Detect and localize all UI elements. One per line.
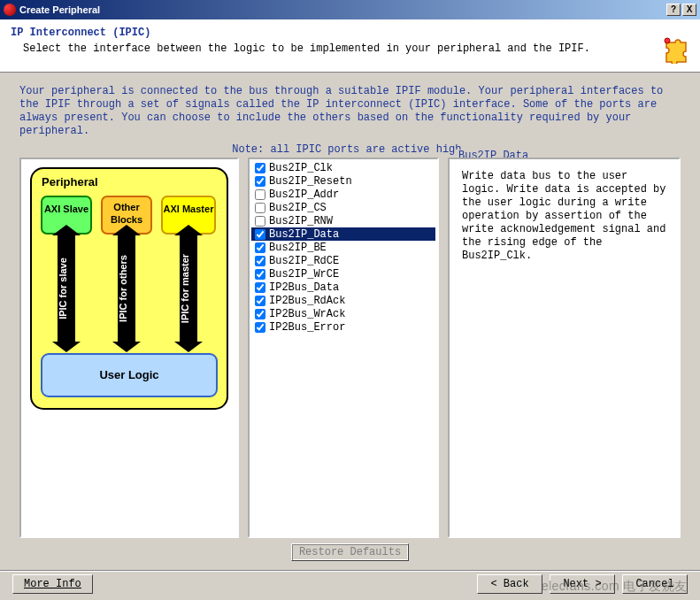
- peripheral-diagram: Peripheral AXI Slave Other Blocks AXI Ma…: [27, 165, 231, 412]
- port-checkbox[interactable]: [255, 216, 265, 227]
- restore-row: Restore Defaults: [0, 538, 700, 570]
- diagram-label-ipic-others: IPIC for others: [118, 255, 128, 322]
- help-button[interactable]: ?: [666, 4, 681, 16]
- diagram-label-other2: Blocks: [111, 214, 142, 225]
- window-titlebar: Create Peripheral ? X: [0, 0, 700, 19]
- port-label: Bus2IP_CS: [269, 202, 327, 214]
- port-checkbox[interactable]: [255, 163, 265, 173]
- port-item[interactable]: Bus2IP_RdCE: [251, 254, 435, 267]
- detail-text: Write data bus to the user logic. Write …: [455, 165, 673, 268]
- bottom-bar: More Info < Back Next > Cancel: [0, 570, 700, 594]
- port-checkbox[interactable]: [255, 229, 265, 240]
- port-label: Bus2IP_Clk: [269, 162, 333, 174]
- port-checkbox[interactable]: [255, 242, 265, 253]
- port-item[interactable]: Bus2IP_CS: [251, 201, 435, 214]
- port-checkbox[interactable]: [255, 269, 265, 280]
- port-checkbox[interactable]: [255, 309, 265, 319]
- port-label: Bus2IP_Resetn: [269, 175, 352, 188]
- diagram-label-user-logic: User Logic: [99, 368, 158, 381]
- port-checkbox[interactable]: [255, 322, 265, 333]
- port-item[interactable]: Bus2IP_WrCE: [251, 267, 435, 281]
- port-item[interactable]: IP2Bus_WrAck: [251, 307, 435, 320]
- page-title: IP Interconnect (IPIC): [11, 27, 689, 39]
- port-label: IP2Bus_RdAck: [269, 295, 345, 307]
- detail-panel: Write data bus to the user logic. Write …: [448, 158, 681, 538]
- port-label: Bus2IP_RdCE: [269, 255, 339, 267]
- detail-panel-wrap: Bus2IP_Data Write data bus to the user l…: [448, 158, 681, 538]
- port-label: IP2Bus_Error: [269, 321, 345, 334]
- port-item[interactable]: IP2Bus_RdAck: [251, 294, 435, 307]
- main-columns: Peripheral AXI Slave Other Blocks AXI Ma…: [0, 158, 700, 538]
- port-label: IP2Bus_WrAck: [269, 308, 345, 320]
- port-item[interactable]: Bus2IP_Resetn: [251, 174, 435, 188]
- ports-list[interactable]: Bus2IP_ClkBus2IP_ResetnBus2IP_AddrBus2IP…: [248, 158, 439, 538]
- diagram-label-peripheral: Peripheral: [42, 175, 98, 188]
- page-subtitle: Select the interface between the logic t…: [23, 42, 689, 55]
- port-label: Bus2IP_Data: [269, 228, 339, 241]
- diagram-label-axi-slave: AXI Slave: [44, 204, 88, 214]
- port-label: Bus2IP_RNW: [269, 215, 333, 227]
- next-button[interactable]: Next >: [550, 574, 615, 594]
- port-checkbox[interactable]: [255, 256, 265, 266]
- port-label: IP2Bus_Data: [269, 281, 339, 294]
- port-label: Bus2IP_WrCE: [269, 268, 339, 281]
- port-checkbox[interactable]: [255, 296, 265, 306]
- description-text: Your peripheral is connected to the bus …: [0, 73, 700, 142]
- port-item[interactable]: Bus2IP_BE: [251, 241, 435, 254]
- port-label: Bus2IP_Addr: [269, 188, 339, 201]
- diagram-label-axi-master: AXI Master: [164, 204, 215, 214]
- port-item[interactable]: IP2Bus_Error: [251, 320, 435, 334]
- wizard-puzzle-icon: [661, 34, 691, 64]
- port-checkbox[interactable]: [255, 176, 265, 187]
- more-info-button[interactable]: More Info: [12, 574, 93, 594]
- diagram-panel: Peripheral AXI Slave Other Blocks AXI Ma…: [19, 158, 239, 538]
- cancel-button[interactable]: Cancel: [622, 574, 688, 594]
- app-icon: [4, 4, 16, 16]
- close-button[interactable]: X: [682, 4, 696, 16]
- port-checkbox[interactable]: [255, 282, 265, 293]
- back-button[interactable]: < Back: [477, 574, 542, 594]
- diagram-label-ipic-slave: IPIC for slave: [58, 258, 68, 319]
- port-item[interactable]: Bus2IP_Clk: [251, 161, 435, 174]
- wizard-header: IP Interconnect (IPIC) Select the interf…: [0, 19, 700, 73]
- port-checkbox[interactable]: [255, 203, 265, 213]
- port-item[interactable]: Bus2IP_Addr: [251, 188, 435, 201]
- port-item[interactable]: IP2Bus_Data: [251, 281, 435, 294]
- diagram-label-other1: Other: [113, 202, 140, 212]
- port-label: Bus2IP_BE: [269, 242, 327, 254]
- note-text: Note: all IPIC ports are active high.: [0, 143, 700, 156]
- restore-defaults-button[interactable]: Restore Defaults: [291, 543, 409, 561]
- svg-point-0: [665, 38, 670, 43]
- port-item[interactable]: Bus2IP_RNW: [251, 214, 435, 227]
- diagram-label-ipic-master: IPIC for master: [180, 253, 190, 323]
- window-title: Create Peripheral: [19, 4, 100, 15]
- port-item[interactable]: Bus2IP_Data: [251, 227, 435, 241]
- port-checkbox[interactable]: [255, 189, 265, 200]
